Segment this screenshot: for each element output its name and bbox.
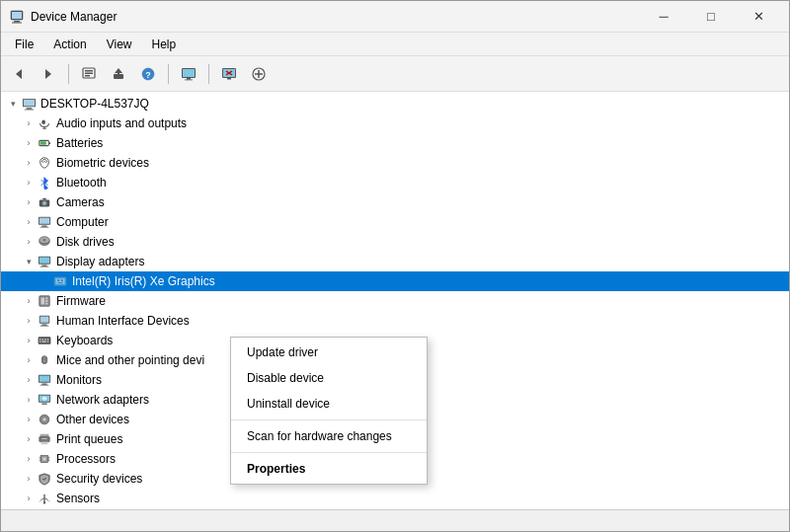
expand-icon: ▾	[21, 254, 37, 269]
update-driver-button[interactable]	[105, 60, 132, 88]
svg-rect-96	[41, 438, 46, 439]
context-properties[interactable]: Properties	[231, 456, 427, 482]
list-item[interactable]: › Computer	[1, 212, 789, 232]
context-update-driver[interactable]: Update driver	[231, 340, 427, 365]
tree-panel[interactable]: ▾ DESKTOP-4L537JQ ›	[1, 92, 789, 509]
computer-icon2	[37, 214, 52, 230]
tree-root[interactable]: ▾ DESKTOP-4L537JQ	[1, 94, 789, 114]
display-button[interactable]	[175, 60, 202, 88]
list-item[interactable]: › Biometric devices	[1, 153, 789, 173]
computer-icon	[21, 96, 37, 112]
svg-rect-65	[45, 303, 48, 305]
svg-rect-63	[45, 298, 48, 300]
gpu-icon	[52, 273, 68, 289]
list-item[interactable]: ▾ Display adapters	[1, 252, 789, 271]
printer-icon	[37, 431, 52, 447]
minimize-button[interactable]: ─	[641, 1, 686, 33]
expand-icon: ›	[21, 135, 37, 151]
list-item[interactable]: › Audio inputs and outputs	[1, 114, 789, 133]
back-button[interactable]	[5, 60, 33, 88]
processor-icon	[37, 451, 52, 467]
bluetooth-icon	[37, 175, 52, 190]
list-item[interactable]: › Human Interface Devices	[1, 311, 789, 331]
context-disable-device[interactable]: Disable device	[231, 365, 427, 391]
device-manager-window: Device Manager ─ □ ✕ File Action View He…	[0, 0, 790, 532]
other-devices-icon	[37, 412, 52, 427]
menu-view[interactable]: View	[97, 36, 142, 53]
svg-rect-76	[41, 341, 45, 342]
expand-icon: ›	[21, 431, 37, 447]
item-label: Sensors	[56, 492, 100, 505]
disk-icon	[37, 234, 52, 250]
item-label: Firmware	[56, 294, 106, 308]
svg-rect-28	[26, 108, 32, 109]
svg-rect-30	[41, 120, 45, 124]
toolbar-separator-1	[68, 64, 69, 84]
add-button[interactable]	[245, 60, 273, 88]
audio-icon	[37, 115, 52, 131]
svg-rect-71	[40, 339, 41, 340]
security-icon	[37, 471, 52, 487]
expand-icon: ›	[21, 194, 37, 210]
context-scan-changes[interactable]: Scan for hardware changes	[231, 423, 427, 449]
svg-rect-70	[39, 338, 50, 344]
maximize-button[interactable]: □	[688, 1, 734, 33]
svg-rect-99	[42, 457, 46, 461]
svg-rect-16	[187, 78, 191, 80]
svg-point-80	[43, 360, 45, 362]
forward-button[interactable]	[35, 60, 62, 88]
close-button[interactable]: ✕	[736, 1, 781, 33]
list-item[interactable]: › Batteries	[1, 133, 789, 153]
expand-icon: ›	[21, 155, 37, 171]
svg-rect-3	[12, 12, 22, 19]
list-item[interactable]: Intel(R) Iris(R) Xe Graphics	[1, 271, 789, 291]
list-item[interactable]: › Sensors	[1, 489, 789, 508]
svg-rect-67	[40, 317, 49, 323]
context-menu: Update driver Disable device Uninstall d…	[230, 337, 428, 485]
expand-icon: ›	[21, 352, 37, 368]
svg-rect-29	[24, 109, 33, 110]
monitor-icon	[37, 372, 52, 388]
svg-rect-95	[41, 442, 48, 445]
expand-icon: ›	[21, 115, 37, 131]
list-item[interactable]: › Software components	[1, 508, 789, 509]
list-item[interactable]: › Disk drives	[1, 232, 789, 252]
item-label: Security devices	[56, 472, 142, 486]
context-separator-1	[231, 419, 427, 420]
help-button[interactable]: ?	[134, 60, 162, 88]
svg-rect-47	[41, 226, 46, 227]
uninstall-button[interactable]	[215, 60, 243, 88]
menu-file[interactable]: File	[5, 36, 43, 53]
expand-icon: ›	[21, 214, 37, 230]
list-item[interactable]: › Bluetooth	[1, 173, 789, 192]
item-label: Processors	[56, 452, 116, 466]
item-label: Keyboards	[56, 334, 113, 347]
svg-rect-7	[85, 70, 93, 72]
svg-rect-74	[47, 339, 49, 340]
mouse-icon	[37, 352, 52, 368]
svg-text:?: ?	[145, 70, 151, 80]
list-item[interactable]: › Firmware	[1, 291, 789, 311]
list-item[interactable]: › Cameras	[1, 192, 789, 212]
item-label: Human Interface Devices	[56, 314, 190, 328]
svg-rect-54	[41, 266, 46, 266]
toolbar-separator-2	[168, 64, 169, 84]
battery-icon	[37, 135, 52, 151]
menu-action[interactable]: Action	[43, 36, 96, 53]
svg-rect-83	[41, 384, 46, 385]
svg-rect-44	[42, 198, 46, 200]
svg-marker-11	[115, 68, 122, 74]
svg-point-43	[43, 202, 46, 205]
properties-button[interactable]	[75, 60, 103, 88]
svg-rect-62	[41, 298, 45, 305]
context-uninstall-device[interactable]: Uninstall device	[231, 391, 427, 417]
svg-rect-77	[47, 341, 49, 342]
camera-icon	[37, 194, 52, 210]
menu-help[interactable]: Help	[142, 36, 187, 53]
svg-point-108	[43, 501, 45, 503]
svg-rect-75	[40, 341, 41, 342]
expand-icon	[37, 273, 52, 289]
svg-rect-46	[40, 218, 50, 224]
svg-rect-59	[61, 279, 63, 281]
expand-icon: ›	[21, 392, 37, 408]
